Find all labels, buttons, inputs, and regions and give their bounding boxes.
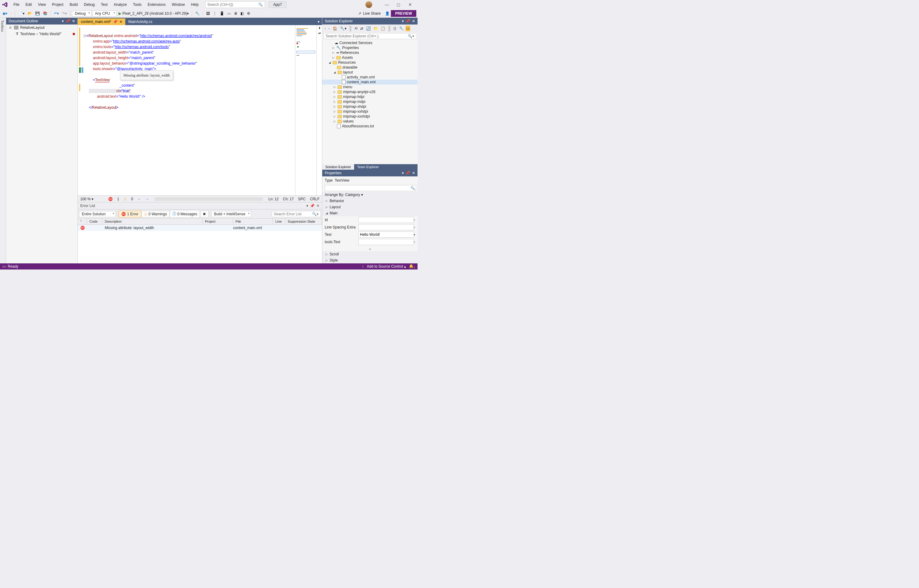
- indent-mode[interactable]: SPC: [298, 197, 306, 201]
- tree-activity-main[interactable]: activity_main.xml: [322, 75, 418, 80]
- preview-button[interactable]: PREVIEW: [391, 10, 416, 17]
- sol-fwd-icon[interactable]: ◦: [328, 26, 331, 31]
- menu-view[interactable]: View: [35, 1, 49, 8]
- cat-scroll[interactable]: ▷Scroll: [322, 251, 418, 257]
- device-desktop-icon[interactable]: 🖥: [233, 10, 239, 16]
- col-desc[interactable]: Description: [102, 219, 202, 225]
- open-icon[interactable]: 📂: [26, 10, 33, 16]
- feedback-icon[interactable]: 👤: [384, 10, 391, 16]
- tree-references[interactable]: ▷▪▪References: [322, 50, 418, 55]
- tree-about-resources[interactable]: AboutResources.txt: [322, 124, 418, 129]
- pin-tab-icon[interactable]: 📌: [113, 19, 118, 24]
- pin-icon[interactable]: 📌: [310, 204, 315, 208]
- prop-ttext-input[interactable]: [359, 239, 414, 245]
- live-share-button[interactable]: ↗ Live Share: [355, 11, 384, 16]
- tool-icon-2[interactable]: 🖼: [205, 10, 211, 16]
- minimize-button[interactable]: —: [384, 2, 390, 7]
- tree-mipmap-xxxhdpi[interactable]: ▷mipmap-xxxhdpi: [322, 114, 418, 119]
- nav-prev-icon[interactable]: ←: [137, 197, 141, 201]
- cat-layout[interactable]: ▷Layout: [322, 204, 418, 210]
- collapse-icon[interactable]: ⊟: [8, 26, 12, 29]
- sol-collapse-icon[interactable]: 📁: [373, 26, 379, 31]
- tool-icon-3[interactable]: ⋮: [212, 10, 218, 16]
- new-item-icon[interactable]: 📄▾: [17, 10, 26, 16]
- device-phone-icon[interactable]: 📱: [218, 10, 226, 16]
- menu-test[interactable]: Test: [98, 1, 111, 8]
- prop-id-input[interactable]: [359, 217, 414, 223]
- close-tab-icon[interactable]: ✕: [120, 20, 122, 24]
- line-ending[interactable]: CRLF: [310, 197, 320, 201]
- prop-marker-icon[interactable]: ▫: [414, 240, 415, 244]
- col-line[interactable]: Line: [273, 219, 285, 225]
- save-all-icon[interactable]: 📚: [42, 10, 49, 16]
- notifications-icon[interactable]: 🔔2: [409, 264, 415, 269]
- prop-marker-icon[interactable]: ▪: [414, 233, 415, 237]
- sol-prop-icon[interactable]: 🔧: [398, 26, 405, 31]
- tree-drawable[interactable]: drawable: [322, 65, 418, 70]
- window-pos-icon[interactable]: ▾: [62, 19, 64, 23]
- outline-child-node[interactable]: T TextView – "Hello World!": [6, 31, 78, 37]
- sol-refresh-icon[interactable]: 🔄: [365, 26, 371, 31]
- pin-icon[interactable]: 📌: [66, 19, 70, 23]
- tree-resources[interactable]: ◢Resources: [322, 60, 418, 65]
- nav-fwd-icon[interactable]: ◦: [9, 10, 13, 16]
- code-minimap[interactable]: [295, 25, 317, 195]
- user-avatar[interactable]: [365, 1, 372, 8]
- col-code[interactable]: Code: [87, 219, 102, 225]
- col-supp[interactable]: Suppression State: [285, 219, 322, 225]
- save-icon[interactable]: 💾: [34, 10, 41, 16]
- platform-combo[interactable]: Any CPU: [92, 10, 117, 16]
- tree-mipmap-xxhdpi[interactable]: ▷mipmap-xxhdpi: [322, 109, 418, 114]
- col-icon[interactable]: ⁷: [78, 219, 87, 225]
- sol-preview-icon[interactable]: ▭: [405, 26, 410, 31]
- h-scrollbar[interactable]: [155, 197, 263, 201]
- prop-text-input[interactable]: [359, 231, 414, 237]
- col-proj[interactable]: Project: [202, 219, 233, 225]
- sol-back-icon[interactable]: ◦: [323, 26, 326, 31]
- warn-count-icon[interactable]: ⚠: [123, 197, 127, 201]
- col-file[interactable]: File: [233, 219, 273, 225]
- output-icon[interactable]: ▭: [2, 264, 6, 268]
- prop-lse-input[interactable]: [359, 224, 414, 230]
- nav-next-icon[interactable]: →: [145, 197, 149, 201]
- tabs-overflow-icon[interactable]: ▾: [315, 18, 322, 25]
- swap-icon[interactable]: ⇄: [318, 32, 321, 35]
- run-button[interactable]: ▶Pixel_2_API_29 (Android 10.0 - API 29) …: [117, 10, 190, 16]
- tab-team-explorer[interactable]: Team Explorer: [354, 164, 382, 170]
- tab-mainactivity[interactable]: MainActivity.cs: [125, 18, 155, 25]
- menu-edit[interactable]: Edit: [23, 1, 35, 8]
- tree-mipmap-hdpi[interactable]: ▷mipmap-hdpi: [322, 94, 418, 99]
- add-source-control[interactable]: Add to Source Control ▴: [367, 264, 406, 268]
- window-pos-icon[interactable]: ▾: [306, 204, 308, 208]
- prop-marker-icon[interactable]: ▫: [414, 225, 415, 229]
- cat-style[interactable]: ▷Style: [322, 257, 418, 263]
- close-panel-icon[interactable]: ✕: [412, 171, 415, 175]
- device-tablet-icon[interactable]: ▭: [226, 10, 232, 16]
- tab-solution-explorer[interactable]: Solution Explorer: [322, 164, 354, 170]
- filter-clear[interactable]: ✖: [200, 211, 208, 217]
- close-panel-icon[interactable]: ✕: [412, 19, 415, 23]
- expand-more-icon[interactable]: ⌄: [322, 246, 418, 251]
- undo-icon[interactable]: ↶▾: [53, 10, 60, 16]
- device-icon-4[interactable]: ◧: [239, 10, 245, 16]
- prop-marker-icon[interactable]: ▫: [414, 218, 415, 222]
- sol-home-icon[interactable]: 🏠: [332, 26, 338, 31]
- solution-search-input[interactable]: Search Solution Explorer (Ctrl+;) 🔍▾: [323, 33, 416, 39]
- menu-build[interactable]: Build: [66, 1, 81, 8]
- tree-content-main[interactable]: content_main.xml: [322, 80, 418, 84]
- menu-tools[interactable]: Tools: [130, 1, 145, 8]
- tool-icon-1[interactable]: 🔧: [194, 10, 201, 16]
- close-panel-icon[interactable]: ✕: [317, 204, 320, 208]
- error-count-icon[interactable]: ⛔: [108, 197, 113, 201]
- build-filter-combo[interactable]: Build + IntelliSense: [212, 211, 251, 217]
- cat-main[interactable]: ◢Main: [322, 210, 418, 216]
- tree-menu[interactable]: ▷menu: [322, 84, 418, 89]
- app-name-badge[interactable]: App7: [269, 1, 286, 8]
- arrange-by-combo[interactable]: Arrange By: Category ▾: [322, 192, 418, 198]
- code-editor[interactable]: ⊟<RelativeLayout xmlns:android="http://s…: [86, 25, 295, 195]
- close-panel-icon[interactable]: ✕: [72, 19, 75, 23]
- global-search-input[interactable]: Search (Ctrl+Q) 🔍: [205, 1, 265, 8]
- outline-root-node[interactable]: ⊟ RelativeLayout: [6, 24, 78, 31]
- tree-mipmap-anydpi[interactable]: ▷mipmap-anydpi-v26: [322, 89, 418, 94]
- window-pos-icon[interactable]: ▾: [402, 171, 404, 175]
